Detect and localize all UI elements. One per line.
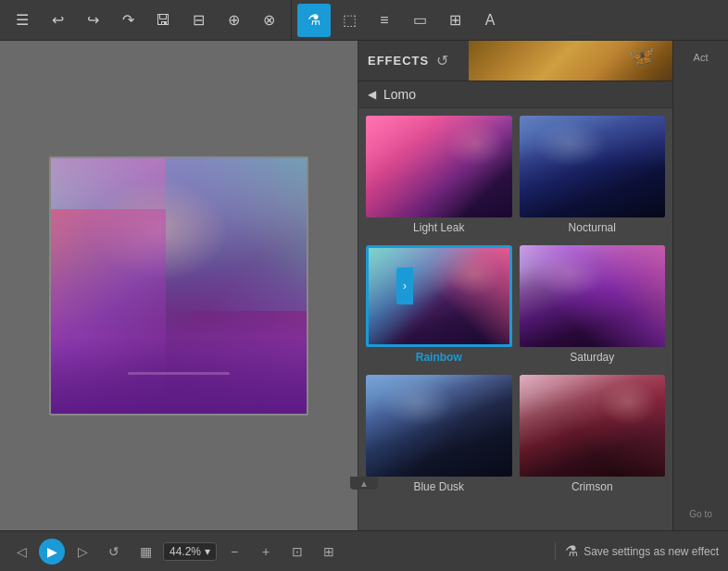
effect-item-6[interactable]: Crimson bbox=[520, 375, 666, 497]
share-icon[interactable]: ⊕ bbox=[217, 4, 250, 37]
effect-item-5[interactable]: Blue Dusk bbox=[366, 375, 512, 497]
play-icon[interactable]: ▶ bbox=[39, 539, 65, 565]
effect-item-light-leak[interactable]: Light Leak bbox=[366, 116, 512, 238]
zoom-value: 44.2% bbox=[169, 545, 201, 558]
effect-thumb-6 bbox=[520, 375, 666, 477]
text-tab-icon[interactable]: A bbox=[473, 4, 507, 37]
cart-icon[interactable]: ⊗ bbox=[252, 4, 285, 37]
save-settings-label: Save settings as new effect bbox=[584, 545, 719, 558]
bottom-right-save: ⚗ Save settings as new effect bbox=[555, 542, 728, 560]
menu-icon[interactable]: ☰ bbox=[6, 4, 39, 37]
effects-reset-icon[interactable]: ↺ bbox=[436, 52, 448, 69]
butterfly-icon: 🦋 bbox=[629, 44, 654, 68]
toolbar-right: ⚗ ⬚ ≡ ▭ ⊞ A bbox=[292, 0, 512, 40]
prev-nav-icon[interactable]: ◁ bbox=[7, 538, 35, 565]
effect-thumb-rainbow bbox=[366, 245, 512, 347]
bottom-center-arrow[interactable]: ▲ bbox=[350, 477, 378, 490]
history-icon[interactable]: ↺ bbox=[100, 538, 128, 565]
effect-thumb-nocturnal bbox=[520, 116, 666, 217]
grid-tab-icon[interactable]: ⊞ bbox=[438, 4, 471, 37]
zoom-dropdown-icon[interactable]: ▾ bbox=[205, 545, 210, 558]
flask-icon: ⚗ bbox=[565, 542, 578, 560]
adjust-tab-icon[interactable]: ≡ bbox=[368, 4, 401, 37]
effect-label-6: Crimson bbox=[570, 477, 615, 497]
undo-icon[interactable]: ↩ bbox=[41, 4, 74, 37]
right-actions-strip: Act Go to bbox=[672, 41, 728, 530]
bottom-left-tools: ◁ ▶ ▷ ↺ ▦ 44.2% ▾ − + ⊡ ⊞ bbox=[0, 538, 555, 565]
effect-item-rainbow[interactable]: Rainbow bbox=[366, 245, 512, 367]
lomo-title: Lomo bbox=[383, 87, 416, 102]
zoom-in-icon[interactable]: + bbox=[252, 538, 280, 565]
effect-label-5: Blue Dusk bbox=[411, 477, 466, 497]
next-nav-icon[interactable]: ▷ bbox=[69, 538, 96, 565]
canvas-image bbox=[49, 156, 308, 416]
select-tool-icon[interactable]: ⊞ bbox=[315, 538, 343, 565]
effect-label-nocturnal: Nocturnal bbox=[567, 217, 618, 238]
goto-label: Go to bbox=[689, 509, 711, 519]
effects-tab-icon[interactable]: ⚗ bbox=[297, 4, 331, 37]
effect-thumb-light-leak bbox=[366, 116, 512, 217]
effect-label-light-leak: Light Leak bbox=[411, 217, 466, 238]
transform-tab-icon[interactable]: ⬚ bbox=[333, 4, 366, 37]
fit-screen-icon[interactable]: ⊡ bbox=[283, 538, 311, 565]
toolbar-left: ☰ ↩ ↪ ↷ 🖫 ⊟ ⊕ ⊗ bbox=[0, 0, 292, 40]
save-settings-button[interactable]: ⚗ Save settings as new effect bbox=[565, 542, 719, 560]
canvas-area: 6 bbox=[0, 41, 358, 530]
main-content: 6 › 🦋 EFFECTS bbox=[0, 41, 728, 530]
bottom-toolbar: ◁ ▶ ▷ ↺ ▦ 44.2% ▾ − + ⊡ ⊞ ⚗ Save setting… bbox=[0, 530, 728, 571]
redo-alt-icon[interactable]: ↪ bbox=[76, 4, 109, 37]
print-icon[interactable]: ⊟ bbox=[182, 4, 215, 37]
grid-view-icon[interactable]: ▦ bbox=[132, 538, 159, 565]
frame-tab-icon[interactable]: ▭ bbox=[403, 4, 436, 37]
effect-label-rainbow: Rainbow bbox=[414, 347, 464, 367]
portrait-display bbox=[51, 158, 307, 414]
zoom-out-icon[interactable]: − bbox=[220, 538, 248, 565]
effect-thumb-saturday bbox=[520, 245, 666, 347]
panel-toggle-arrow[interactable]: › bbox=[396, 267, 413, 304]
effect-thumb-5 bbox=[366, 375, 512, 477]
zoom-display: 44.2% ▾ bbox=[163, 542, 217, 561]
effect-item-nocturnal[interactable]: Nocturnal bbox=[520, 116, 666, 238]
act-label: Act bbox=[694, 52, 709, 63]
top-toolbar: ☰ ↩ ↪ ↷ 🖫 ⊟ ⊕ ⊗ ⚗ ⬚ ≡ ▭ ⊞ A bbox=[0, 0, 728, 41]
redo-icon[interactable]: ↷ bbox=[111, 4, 144, 37]
effect-item-saturday[interactable]: Saturday bbox=[520, 245, 666, 367]
effects-label: EFFECTS bbox=[368, 54, 429, 68]
save-icon[interactable]: 🖫 bbox=[146, 4, 180, 37]
lomo-collapse-icon[interactable]: ◀ bbox=[368, 88, 376, 101]
lomo-section-header[interactable]: ◀ Lomo bbox=[358, 81, 672, 108]
effects-header: 🦋 EFFECTS ↺ bbox=[358, 41, 672, 81]
effects-grid: Light Leak Nocturnal bbox=[358, 108, 672, 530]
effect-label-saturday: Saturday bbox=[568, 347, 616, 367]
